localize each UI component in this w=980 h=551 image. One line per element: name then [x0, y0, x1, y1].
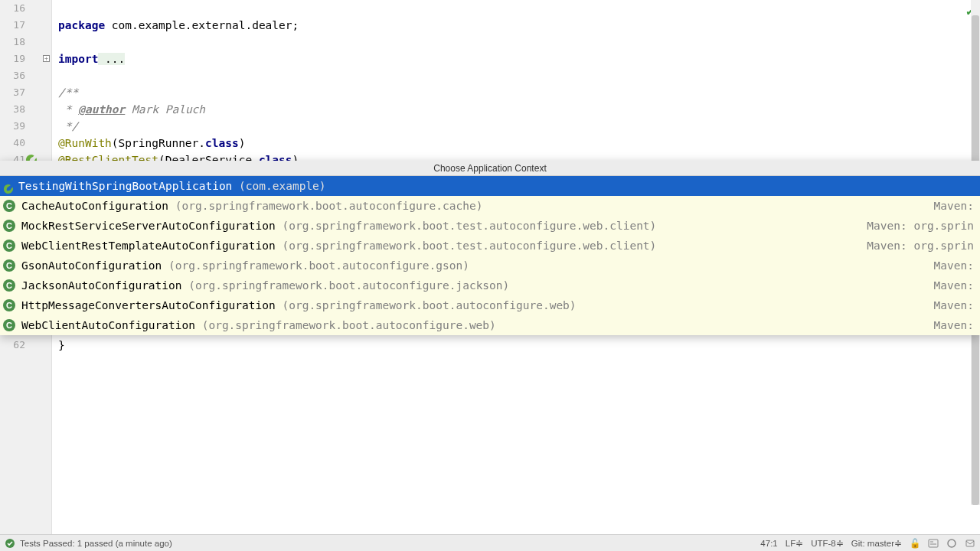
- popup-item-name: MockRestServiceServerAutoConfiguration: [21, 216, 282, 236]
- popup-item-package: (org.springframework.boot.autoconfigure.…: [282, 295, 576, 315]
- class-icon: C: [3, 259, 15, 272]
- class-icon: C: [3, 200, 15, 212]
- class-icon: C: [3, 319, 15, 331]
- line-number: 18: [0, 34, 51, 51]
- line-number: 38: [0, 101, 51, 118]
- status-bar: Tests Passed: 1 passed (a minute ago) 47…: [0, 534, 980, 551]
- line-separator[interactable]: LF≑: [786, 538, 803, 549]
- line-number: 37: [0, 84, 51, 101]
- choose-application-context-popup: Choose Application Context TestingWithSp…: [0, 161, 980, 335]
- popup-item-source: Maven: org.sprin: [867, 236, 974, 256]
- popup-item-source: Maven: org.sprin: [867, 216, 974, 236]
- notifications-icon[interactable]: [965, 538, 975, 549]
- line-number: 17: [0, 17, 51, 34]
- popup-item-package: (org.springframework.boot.autoconfigure.…: [168, 256, 469, 276]
- popup-item[interactable]: TestingWithSpringBootApplication (com.ex…: [0, 176, 980, 196]
- popup-item[interactable]: CWebClientRestTemplateAutoConfiguration …: [0, 236, 980, 256]
- goto-line-icon[interactable]: [946, 538, 957, 549]
- popup-item[interactable]: CHttpMessageConvertersAutoConfiguration …: [0, 295, 980, 315]
- popup-item[interactable]: CJacksonAutoConfiguration (org.springfra…: [0, 276, 980, 295]
- popup-item-package: (com.example): [239, 176, 326, 196]
- popup-item[interactable]: CMockRestServiceServerAutoConfiguration …: [0, 216, 980, 236]
- class-icon: C: [3, 299, 15, 311]
- svg-rect-2: [929, 540, 938, 547]
- line-number: 36: [0, 67, 51, 84]
- class-icon: C: [3, 240, 15, 252]
- readonly-toggle-icon[interactable]: 🔓: [910, 538, 920, 549]
- popup-item-name: GsonAutoConfiguration: [21, 256, 168, 276]
- svg-rect-4: [966, 540, 974, 546]
- popup-item-package: (org.springframework.boot.test.autoconfi…: [282, 216, 656, 236]
- popup-item-name: WebClientRestTemplateAutoConfiguration: [21, 236, 282, 256]
- fold-toggle-icon[interactable]: +: [43, 55, 50, 62]
- line-number: 16: [0, 0, 51, 17]
- svg-point-3: [948, 540, 956, 547]
- popup-item-source: Maven:: [934, 315, 974, 335]
- popup-item[interactable]: CWebClientAutoConfiguration (org.springf…: [0, 315, 980, 335]
- popup-item-name: HttpMessageConvertersAutoConfiguration: [21, 295, 282, 315]
- popup-item-source: Maven:: [934, 295, 974, 315]
- popup-item-package: (org.springframework.boot.autoconfigure.…: [202, 315, 496, 335]
- popup-item-package: (org.springframework.boot.autoconfigure.…: [175, 196, 483, 216]
- line-number: 39: [0, 118, 51, 135]
- line-number: 40: [0, 135, 51, 152]
- status-tests-text: Tests Passed: 1 passed (a minute ago): [20, 539, 172, 548]
- class-icon: C: [3, 220, 15, 232]
- caret-position[interactable]: 47:1: [760, 539, 777, 548]
- popup-item-source: Maven:: [934, 276, 974, 295]
- popup-title: Choose Application Context: [0, 161, 980, 176]
- line-number: 19+: [0, 51, 51, 67]
- popup-item-package: (org.springframework.boot.test.autoconfi…: [282, 236, 656, 256]
- popup-item[interactable]: CCacheAutoConfiguration (org.springframe…: [0, 196, 980, 216]
- line-number: 62: [0, 337, 51, 354]
- code-editor[interactable]: 16 17 18 19+ 36 37 38 39 40 41 52 53 54 …: [0, 0, 980, 534]
- status-tests-icon: [5, 538, 15, 549]
- git-branch[interactable]: Git: master≑: [851, 538, 902, 549]
- popup-item-source: Maven:: [934, 196, 974, 216]
- popup-item[interactable]: CGsonAutoConfiguration (org.springframew…: [0, 256, 980, 276]
- class-icon: C: [3, 279, 15, 292]
- spring-leaf-icon: [3, 181, 14, 191]
- popup-item-source: Maven:: [934, 256, 974, 276]
- popup-item-name: WebClientAutoConfiguration: [21, 315, 202, 335]
- popup-item-name: TestingWithSpringBootApplication: [18, 176, 239, 196]
- popup-item-package: (org.springframework.boot.autoconfigure.…: [188, 276, 509, 295]
- popup-item-name: CacheAutoConfiguration: [21, 196, 175, 216]
- inspection-profile-icon[interactable]: [928, 538, 939, 549]
- popup-item-name: JacksonAutoConfiguration: [21, 276, 188, 295]
- file-encoding[interactable]: UTF-8≑: [811, 538, 844, 549]
